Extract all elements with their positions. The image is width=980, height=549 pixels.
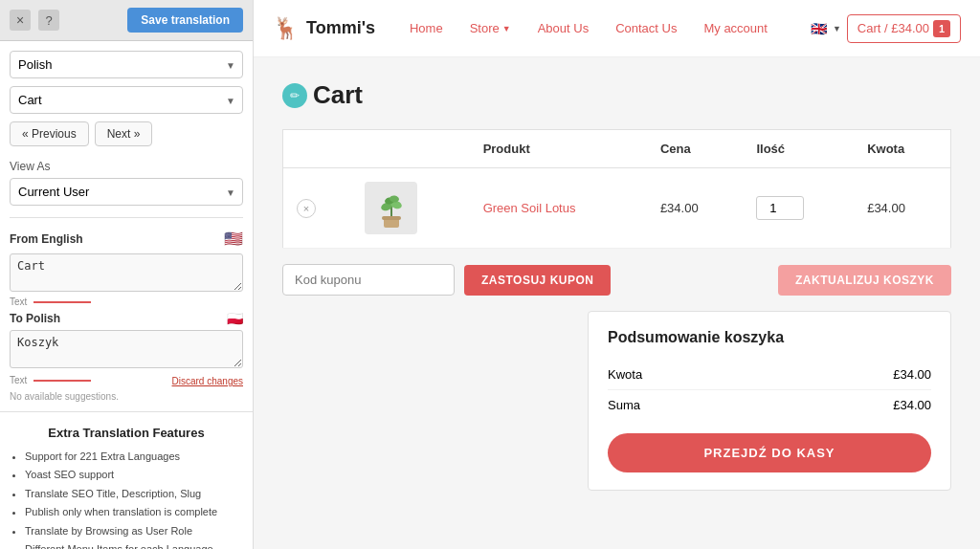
feature-item: Different Menu Items for each Language	[25, 542, 241, 549]
table-row: ×	[283, 168, 951, 249]
source-field-type: Text	[10, 296, 243, 307]
cart-button[interactable]: Cart / £34.00 1	[847, 14, 961, 43]
col-price: Cena	[647, 130, 744, 168]
view-as-select-wrapper: Current User Admin Guest ▼	[10, 178, 243, 206]
col-qty: Ilość	[743, 130, 854, 168]
nav-right: 🇬🇧 ▼ Cart / £34.00 1	[811, 14, 961, 43]
quantity-input[interactable]	[756, 196, 804, 220]
coupon-row: ZASTOSUJ KUPON ZAKTUALIZUJ KOSZYK	[282, 264, 951, 296]
remove-cell: ×	[283, 168, 352, 249]
summary-row-suma: Suma £34.00	[608, 390, 931, 420]
nav-my-account[interactable]: My account	[692, 13, 778, 43]
to-polish-label: To Polish	[10, 312, 60, 325]
product-price-cell: £34.00	[647, 168, 744, 249]
from-english-header: From English 🇺🇸	[10, 230, 243, 248]
extra-features-list: Support for 221 Extra Languages Yoast SE…	[11, 450, 241, 549]
cart-summary: Podsumowanie koszyka Kwota £34.00 Suma £…	[588, 311, 951, 491]
language-select[interactable]: Polish English German	[10, 51, 243, 78]
summary-kwota-value: £34.00	[893, 367, 931, 382]
col-img	[351, 130, 469, 168]
discard-changes-link[interactable]: Discard changes	[172, 376, 243, 386]
source-text-box[interactable]: Cart	[10, 253, 243, 292]
pl-flag-icon: 🇵🇱	[227, 311, 243, 326]
feature-item: Publish only when translation is complet…	[25, 505, 241, 519]
feature-item: Translate by Browsing as User Role	[25, 524, 241, 538]
no-suggestions-text: No available suggestions.	[10, 391, 243, 402]
product-image-cell	[351, 168, 469, 249]
target-text-box[interactable]: Koszyk	[10, 330, 243, 368]
page-select[interactable]: Cart Home Shop	[10, 86, 243, 114]
next-button[interactable]: Next »	[95, 121, 153, 146]
feature-item: Translate SEO Title, Description, Slug	[25, 487, 241, 501]
summary-suma-value: £34.00	[893, 398, 931, 412]
svg-rect-2	[382, 216, 401, 220]
site-logo[interactable]: 🦌 Tommi's	[273, 16, 375, 41]
cart-page-title: Cart	[313, 80, 363, 110]
nav-about[interactable]: About Us	[526, 13, 600, 43]
language-flag-icon: 🇬🇧	[811, 21, 827, 36]
nav-buttons: « Previous Next »	[10, 121, 243, 146]
cart-count-badge: 1	[933, 20, 950, 37]
store-dropdown-arrow: ▼	[502, 24, 511, 33]
col-total: Kwota	[854, 130, 950, 168]
translation-panel: × ? Save translation Polish English Germ…	[0, 0, 254, 549]
page-select-wrapper: Cart Home Shop ▼	[10, 86, 243, 114]
main-content-panel: 🦌 Tommi's Home Store ▼ About Us Contact …	[254, 0, 980, 549]
nav-home[interactable]: Home	[398, 13, 455, 43]
cart-table: Produkt Cena Ilość Kwota ×	[282, 129, 951, 249]
target-field-type: Text	[10, 375, 91, 385]
site-nav: 🦌 Tommi's Home Store ▼ About Us Contact …	[254, 0, 980, 57]
cart-label: Cart / £34.00	[858, 21, 929, 35]
language-select-wrapper: Polish English German ▼	[10, 51, 243, 78]
cart-edit-icon: ✏	[282, 83, 307, 108]
remove-item-button[interactable]: ×	[297, 199, 316, 218]
col-remove	[283, 130, 352, 168]
prev-button[interactable]: « Previous	[10, 121, 89, 146]
product-qty-cell	[743, 168, 854, 249]
us-flag-icon: 🇺🇸	[224, 230, 243, 248]
from-english-label: From English	[10, 232, 83, 246]
nav-links: Home Store ▼ About Us Contact Us My acco…	[398, 13, 811, 43]
product-name-link[interactable]: Green Soil Lotus	[483, 201, 576, 215]
view-as-select[interactable]: Current User Admin Guest	[10, 178, 243, 206]
feature-item: Yoast SEO support	[25, 468, 241, 482]
nav-store[interactable]: Store ▼	[458, 13, 523, 43]
logo-text: Tommi's	[306, 18, 375, 38]
target-footer: Text Discard changes	[10, 373, 243, 389]
cart-content: ✏ Cart Produkt Cena Ilość Kwota ×	[254, 57, 980, 514]
top-bar: × ? Save translation	[0, 0, 253, 41]
summary-suma-label: Suma	[608, 398, 640, 412]
col-product: Produkt	[470, 130, 647, 168]
cart-title-row: ✏ Cart	[282, 80, 951, 110]
close-button[interactable]: ×	[10, 10, 31, 31]
lang-dropdown-arrow: ▼	[833, 24, 841, 33]
feature-item: Support for 221 Extra Languages	[25, 450, 241, 464]
summary-kwota-label: Kwota	[608, 367, 642, 382]
view-as-label: View As	[10, 160, 243, 173]
help-button[interactable]: ?	[38, 10, 59, 31]
nav-contact[interactable]: Contact Us	[604, 13, 688, 43]
divider-1	[10, 217, 243, 218]
save-translation-button[interactable]: Save translation	[127, 8, 243, 33]
checkout-button[interactable]: PRZEJDŹ DO KASY	[608, 433, 931, 472]
summary-title: Podsumowanie koszyka	[608, 329, 931, 346]
extra-features-section: Extra Translation Features Support for 2…	[0, 411, 253, 549]
logo-deer-icon: 🦌	[273, 16, 299, 41]
product-image	[365, 182, 417, 234]
update-cart-button[interactable]: ZAKTUALIZUJ KOSZYK	[778, 265, 951, 296]
product-name-cell: Green Soil Lotus	[470, 168, 647, 249]
to-polish-header: To Polish 🇵🇱	[10, 311, 243, 326]
apply-coupon-button[interactable]: ZASTOSUJ KUPON	[464, 265, 611, 296]
product-total-cell: £34.00	[854, 168, 950, 249]
extra-features-title: Extra Translation Features	[11, 426, 241, 440]
coupon-input[interactable]	[282, 264, 455, 296]
summary-row-kwota: Kwota £34.00	[608, 360, 931, 390]
panel-body: Polish English German ▼ Cart Home Shop ▼…	[0, 41, 253, 411]
